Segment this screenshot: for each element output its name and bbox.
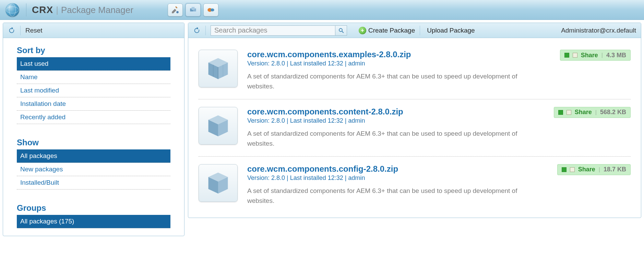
sort-section: Sort by Last used Name Last modified Ins… xyxy=(17,46,170,124)
app-title-separator: | xyxy=(56,5,58,15)
app-title-abbrev: CRX xyxy=(32,4,53,15)
search-button[interactable] xyxy=(335,25,347,36)
create-package-button[interactable]: + Create Package xyxy=(359,27,415,34)
package-size: 18.7 KB xyxy=(604,166,626,173)
svg-point-6 xyxy=(339,28,342,32)
divider xyxy=(20,26,21,35)
plus-icon: + xyxy=(359,27,366,34)
app-title: CRX | Package Manager xyxy=(32,4,133,15)
globe-icon xyxy=(5,3,19,17)
browse-icon[interactable] xyxy=(203,3,218,16)
divider xyxy=(420,26,420,35)
magnifier-icon xyxy=(338,27,344,34)
package-icon xyxy=(206,171,230,195)
package-status-pill: Share | 18.7 KB xyxy=(557,164,631,175)
svg-rect-3 xyxy=(192,7,195,10)
package-status-pill: Share | 4.3 MB xyxy=(560,50,631,61)
show-option-all[interactable]: All packages xyxy=(17,149,170,163)
share-link[interactable]: Share xyxy=(575,109,592,116)
package-meta: Version: 2.8.0 | Last installed 12:32 | … xyxy=(247,117,544,124)
filter-toolbar: Reset xyxy=(3,23,184,38)
package-size: 568.2 KB xyxy=(600,109,626,116)
package-description: A set of standardized components for AEM… xyxy=(247,129,518,149)
svg-point-0 xyxy=(176,11,179,13)
search-input[interactable] xyxy=(211,25,335,36)
sort-option-installation-date[interactable]: Installation date xyxy=(17,97,170,111)
share-link[interactable]: Share xyxy=(578,166,595,173)
sort-option-last-modified[interactable]: Last modified xyxy=(17,84,170,97)
package-size: 4.3 MB xyxy=(606,52,626,59)
show-section: Show All packages New packages Installed… xyxy=(17,138,170,190)
svg-point-5 xyxy=(211,8,214,11)
package-meta: Version: 2.8.0 | Last installed 12:32 | … xyxy=(247,174,548,182)
package-list: core.wcm.components.examples-2.8.0.zip V… xyxy=(188,38,641,218)
package-meta: Version: 2.8.0 | Last installed 12:32 | … xyxy=(247,60,550,67)
status-built-icon xyxy=(567,110,571,115)
svg-line-7 xyxy=(342,31,344,33)
package-icon xyxy=(206,114,230,138)
groups-section: Groups All packages (175) xyxy=(17,203,170,228)
groups-title: Groups xyxy=(17,203,170,213)
divider: | xyxy=(595,109,597,115)
package-name-link[interactable]: core.wcm.components.examples-2.8.0.zip xyxy=(247,50,550,59)
divider: | xyxy=(599,167,600,173)
sort-option-last-used[interactable]: Last used xyxy=(17,57,170,71)
package-panel: + Create Package Upload Package Administ… xyxy=(188,23,641,218)
filter-panel: Reset Sort by Last used Name Last modifi… xyxy=(3,23,184,236)
show-option-new[interactable]: New packages xyxy=(17,163,170,176)
app-header: CRX | Package Manager xyxy=(0,0,644,20)
search-wrap xyxy=(211,25,347,36)
tools-icon[interactable] xyxy=(168,3,183,16)
status-installed-icon xyxy=(562,167,567,172)
package-thumbnail[interactable] xyxy=(199,164,238,202)
status-built-icon xyxy=(573,53,577,58)
header-tool-group xyxy=(168,3,218,16)
refresh-icon[interactable] xyxy=(8,27,15,34)
create-package-label: Create Package xyxy=(368,27,415,34)
current-user: Administrator@crx.default xyxy=(561,27,636,34)
divider: | xyxy=(601,52,603,58)
share-link[interactable]: Share xyxy=(581,52,598,59)
package-description: A set of standardized components for AEM… xyxy=(247,186,518,206)
sort-option-recently-added[interactable]: Recently added xyxy=(17,111,170,124)
sort-option-name[interactable]: Name xyxy=(17,71,170,84)
refresh-icon[interactable] xyxy=(193,27,201,34)
package-row: core.wcm.components.config-2.8.0.zip Ver… xyxy=(199,157,631,214)
package-row: core.wcm.components.content-2.8.0.zip Ve… xyxy=(199,99,631,157)
divider xyxy=(26,3,26,16)
status-installed-icon xyxy=(564,53,569,58)
groups-option-all[interactable]: All packages (175) xyxy=(17,215,170,228)
app-title-subtitle: Package Manager xyxy=(61,5,133,15)
package-status-pill: Share | 568.2 KB xyxy=(554,107,631,118)
status-built-icon xyxy=(570,167,575,172)
reset-link[interactable]: Reset xyxy=(25,27,43,34)
package-thumbnail[interactable] xyxy=(199,50,238,87)
packages-icon[interactable] xyxy=(186,3,201,16)
upload-package-link[interactable]: Upload Package xyxy=(427,27,475,34)
show-option-installed[interactable]: Installed/Built xyxy=(17,176,170,190)
package-row: core.wcm.components.examples-2.8.0.zip V… xyxy=(199,42,631,99)
status-installed-icon xyxy=(558,110,563,115)
package-thumbnail[interactable] xyxy=(199,107,238,145)
sort-title: Sort by xyxy=(17,46,170,55)
package-toolbar: + Create Package Upload Package Administ… xyxy=(188,23,641,38)
show-title: Show xyxy=(17,138,170,147)
divider xyxy=(205,26,206,35)
package-icon xyxy=(206,57,230,81)
package-description: A set of standardized components for AEM… xyxy=(247,71,518,92)
package-name-link[interactable]: core.wcm.components.content-2.8.0.zip xyxy=(247,107,544,117)
package-name-link[interactable]: core.wcm.components.config-2.8.0.zip xyxy=(247,164,548,174)
